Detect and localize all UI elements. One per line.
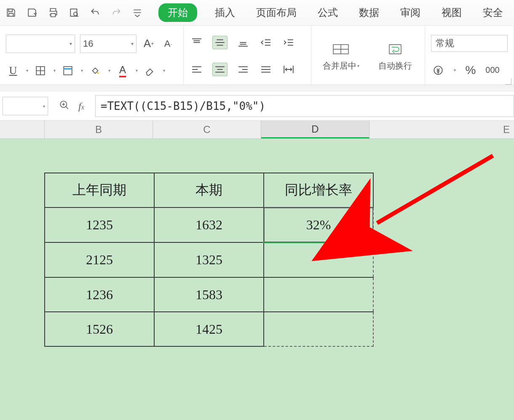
cell-b15[interactable]: 1235 — [45, 207, 154, 242]
svg-line-8 — [377, 156, 493, 223]
ribbon-group-align — [184, 26, 311, 85]
merge-center-label: 合并居中 — [323, 60, 356, 72]
number-format-value: 常规 — [436, 37, 454, 50]
cell-style-icon[interactable] — [61, 64, 75, 78]
col-hdr-c[interactable]: C — [153, 121, 261, 138]
cell-d17[interactable] — [264, 277, 373, 312]
font-name-combo[interactable]: ▾ — [6, 35, 75, 53]
tab-layout[interactable]: 页面布局 — [253, 3, 300, 22]
ribbon-tabs: 开始 插入 页面布局 公式 数据 审阅 视图 安全 — [158, 3, 506, 22]
increase-indent-icon[interactable] — [281, 36, 296, 49]
decrease-indent-icon[interactable] — [259, 36, 273, 49]
font-group-launcher-icon[interactable] — [505, 78, 511, 85]
align-right-icon[interactable] — [236, 63, 250, 76]
cell-b18[interactable]: 1526 — [45, 312, 154, 346]
cell-c17[interactable]: 1583 — [154, 277, 264, 312]
distribute-icon[interactable] — [281, 63, 296, 76]
align-bottom-icon[interactable] — [236, 36, 250, 49]
cell-c15[interactable]: 1632 — [154, 207, 264, 242]
cell-c18[interactable]: 1425 — [154, 312, 264, 346]
wrap-text-button[interactable]: 自动换行 — [376, 41, 415, 72]
align-center-icon[interactable] — [212, 63, 228, 76]
save-as-icon[interactable] — [24, 4, 40, 21]
font-color-icon[interactable]: A — [115, 64, 130, 78]
svg-rect-2 — [64, 66, 72, 75]
hdr-curr[interactable]: 本期 — [154, 173, 264, 207]
ribbon: ▾ 16 ▾ A+ A- U▾ ▾ ▾ ▾ A▾ ▾ — [0, 26, 514, 85]
formula-input[interactable]: =TEXT((C15-B15)/B15,"0%") — [95, 95, 514, 117]
tab-view[interactable]: 视图 — [438, 3, 465, 22]
formula-text: =TEXT((C15-B15)/B15,"0%") — [101, 100, 265, 112]
print-icon[interactable] — [45, 4, 62, 21]
ribbon-group-font: ▾ 16 ▾ A+ A- U▾ ▾ ▾ ▾ A▾ ▾ — [0, 26, 184, 85]
borders-icon[interactable] — [33, 64, 48, 78]
tab-insert[interactable]: 插入 — [211, 3, 238, 22]
table-row: 1236 1583 — [45, 277, 373, 312]
underline-icon[interactable]: U — [6, 64, 20, 78]
col-hdr-e[interactable]: E — [369, 121, 514, 138]
ribbon-group-number: 常规 ▾ % 000 — [425, 26, 514, 85]
ribbon-group-merge: 合并居中▾ 自动换行 — [311, 26, 425, 85]
undo-icon[interactable] — [87, 4, 104, 21]
qat-customize-icon[interactable] — [129, 4, 146, 21]
cell-b16[interactable]: 2125 — [45, 242, 154, 277]
tab-formula[interactable]: 公式 — [314, 3, 341, 22]
save-icon[interactable] — [3, 4, 19, 21]
cell-c16[interactable]: 1325 — [154, 242, 264, 277]
formula-bar: ▾ fx =TEXT((C15-B15)/B15,"0%") — [0, 92, 514, 121]
hdr-growth[interactable]: 同比增长率 — [264, 173, 373, 207]
col-hdr-d[interactable]: D — [261, 121, 369, 138]
sheet-area[interactable]: 上年同期 本期 同比增长率 1235 1632 32% 2125 1325 12… — [0, 139, 514, 420]
tabs-row: 开始 插入 页面布局 公式 数据 审阅 视图 安全 — [0, 0, 514, 26]
table-row: 2125 1325 — [45, 242, 373, 277]
fill-color-icon[interactable] — [88, 64, 102, 78]
currency-icon[interactable] — [431, 63, 445, 77]
cell-b17[interactable]: 1236 — [45, 277, 154, 312]
cell-d15[interactable]: 32% — [264, 207, 373, 242]
merge-center-button[interactable]: 合并居中▾ — [321, 41, 360, 72]
cell-d18[interactable] — [264, 312, 373, 346]
name-box[interactable]: ▾ — [3, 97, 48, 115]
zoom-formula-icon[interactable] — [59, 100, 70, 112]
comma-style-icon[interactable]: 000 — [485, 63, 500, 77]
col-hdr-corner[interactable] — [0, 121, 45, 138]
increase-font-icon[interactable]: A+ — [142, 37, 156, 51]
number-format-combo[interactable]: 常规 — [431, 35, 508, 52]
wrap-text-label: 自动换行 — [378, 60, 412, 72]
hdr-prev[interactable]: 上年同期 — [45, 173, 154, 207]
svg-point-3 — [97, 72, 99, 74]
align-top-icon[interactable] — [190, 36, 204, 49]
justify-icon[interactable] — [259, 63, 273, 76]
tab-data[interactable]: 数据 — [356, 3, 383, 22]
align-left-icon[interactable] — [190, 63, 204, 76]
fx-icon[interactable]: fx — [78, 101, 84, 112]
col-hdr-b[interactable]: B — [45, 121, 153, 138]
table-row: 1526 1425 — [45, 312, 373, 346]
tab-review[interactable]: 审阅 — [397, 3, 424, 22]
tab-start[interactable]: 开始 — [158, 3, 197, 22]
font-size-value: 16 — [83, 38, 93, 49]
column-headers: B C D E — [0, 121, 514, 139]
decrease-font-icon[interactable]: A- — [161, 37, 175, 51]
data-table: 上年同期 本期 同比增长率 1235 1632 32% 2125 1325 12… — [44, 173, 374, 347]
print-preview-icon[interactable] — [66, 4, 83, 21]
cell-d16[interactable] — [264, 242, 373, 277]
eraser-icon[interactable] — [143, 64, 157, 78]
align-middle-icon[interactable] — [212, 36, 228, 49]
tab-security[interactable]: 安全 — [479, 3, 506, 22]
redo-icon[interactable] — [108, 4, 125, 21]
percent-icon[interactable]: % — [463, 63, 478, 77]
table-row: 1235 1632 32% — [45, 207, 373, 242]
font-size-combo[interactable]: 16 ▾ — [80, 35, 137, 53]
